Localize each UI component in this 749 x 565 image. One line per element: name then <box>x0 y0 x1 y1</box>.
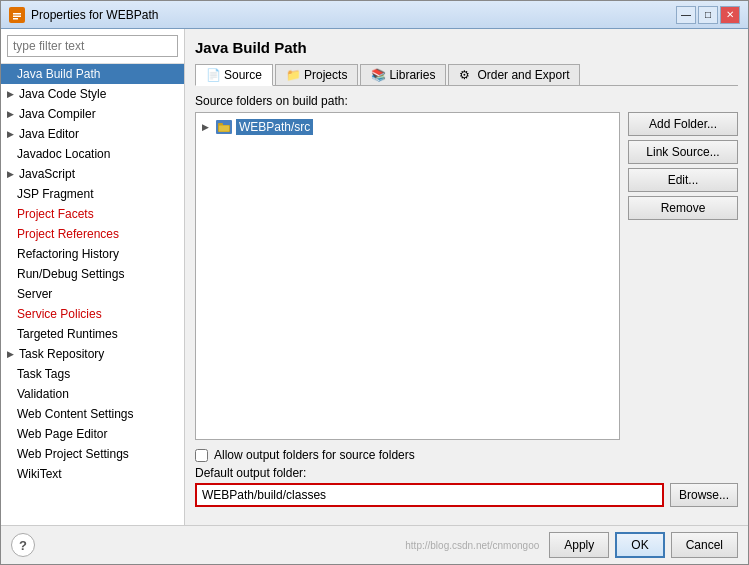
search-input[interactable] <box>7 35 178 57</box>
sidebar-item-label: Java Code Style <box>19 87 106 101</box>
tab-bar: 📄Source📁Projects📚Libraries⚙Order and Exp… <box>195 64 738 86</box>
sidebar-item-javascript[interactable]: ▶JavaScript <box>1 164 184 184</box>
tree-and-buttons: ▶ WEBPath/src Add Folder...Link Source..… <box>195 112 738 448</box>
output-folder-input[interactable] <box>195 483 664 507</box>
tab-label: Libraries <box>389 68 435 82</box>
sidebar-item-web-content-settings[interactable]: Web Content Settings <box>1 404 184 424</box>
watermark: http://blog.csdn.net/cnmongoo <box>405 540 539 551</box>
output-label: Default output folder: <box>195 466 738 480</box>
sidebar-item-label: Task Tags <box>17 367 70 381</box>
bottom-section: Allow output folders for source folders … <box>195 448 738 515</box>
tree-expand-arrow: ▶ <box>202 122 216 132</box>
tab-projects[interactable]: 📁Projects <box>275 64 358 85</box>
help-button[interactable]: ? <box>11 533 35 557</box>
tab-libraries[interactable]: 📚Libraries <box>360 64 446 85</box>
sidebar-item-label: Service Policies <box>17 307 102 321</box>
tab-label: Source <box>224 68 262 82</box>
sidebar-item-label: Web Page Editor <box>17 427 108 441</box>
tab-source[interactable]: 📄Source <box>195 64 273 86</box>
expand-arrow-icon: ▶ <box>7 109 17 119</box>
sidebar-item-targeted-runtimes[interactable]: Targeted Runtimes <box>1 324 184 344</box>
libraries-tab-icon: 📚 <box>371 68 385 82</box>
sidebar-item-label: Project Facets <box>17 207 94 221</box>
sidebar-item-label: Javadoc Location <box>17 147 110 161</box>
sidebar-item-label: Run/Debug Settings <box>17 267 124 281</box>
ok-button[interactable]: OK <box>615 532 664 558</box>
sidebar-item-label: Server <box>17 287 52 301</box>
sidebar-item-web-project-settings[interactable]: Web Project Settings <box>1 444 184 464</box>
svg-rect-3 <box>13 18 18 20</box>
action-buttons: Add Folder...Link Source...Edit...Remove <box>628 112 738 448</box>
close-button[interactable]: ✕ <box>720 6 740 24</box>
projects-tab-icon: 📁 <box>286 68 300 82</box>
sidebar-item-service-policies[interactable]: Service Policies <box>1 304 184 324</box>
window-icon <box>9 7 25 23</box>
footer-buttons: Apply OK Cancel <box>549 532 738 558</box>
nav-list: Java Build Path▶Java Code Style▶Java Com… <box>1 63 184 525</box>
sidebar-item-label: Java Build Path <box>17 67 100 81</box>
sidebar-item-validation[interactable]: Validation <box>1 384 184 404</box>
sidebar-item-java-build-path[interactable]: Java Build Path <box>1 64 184 84</box>
remove-button[interactable]: Remove <box>628 196 738 220</box>
sidebar-item-java-code-style[interactable]: ▶Java Code Style <box>1 84 184 104</box>
source-folders-label: Source folders on build path: <box>195 94 738 108</box>
sidebar-item-java-editor[interactable]: ▶Java Editor <box>1 124 184 144</box>
sidebar-item-server[interactable]: Server <box>1 284 184 304</box>
tab-label: Order and Export <box>477 68 569 82</box>
sidebar-item-label: JavaScript <box>19 167 75 181</box>
tree-item[interactable]: ▶ WEBPath/src <box>200 117 615 137</box>
tab-label: Projects <box>304 68 347 82</box>
allow-output-checkbox[interactable] <box>195 449 208 462</box>
svg-rect-6 <box>219 126 229 132</box>
order-export-tab-icon: ⚙ <box>459 68 473 82</box>
expand-arrow-icon: ▶ <box>7 349 17 359</box>
panel-title: Java Build Path <box>195 39 738 56</box>
sidebar-item-javadoc-location[interactable]: Javadoc Location <box>1 144 184 164</box>
left-panel: Java Build Path▶Java Code Style▶Java Com… <box>1 29 185 525</box>
edit-button[interactable]: Edit... <box>628 168 738 192</box>
sidebar-item-wikitext[interactable]: WikiText <box>1 464 184 484</box>
svg-rect-1 <box>13 13 21 15</box>
sidebar-item-refactoring-history[interactable]: Refactoring History <box>1 244 184 264</box>
footer: ? http://blog.csdn.net/cnmongoo Apply OK… <box>1 525 748 564</box>
svg-rect-2 <box>13 15 21 17</box>
sidebar-item-label: WikiText <box>17 467 62 481</box>
apply-button[interactable]: Apply <box>549 532 609 558</box>
titlebar-controls: — □ ✕ <box>676 6 740 24</box>
browse-button[interactable]: Browse... <box>670 483 738 507</box>
properties-window: Properties for WEBPath — □ ✕ Java Build … <box>0 0 749 565</box>
source-tab-icon: 📄 <box>206 68 220 82</box>
sidebar-item-label: JSP Fragment <box>17 187 93 201</box>
folder-icon <box>216 120 232 134</box>
expand-arrow-icon: ▶ <box>7 129 17 139</box>
sidebar-item-project-facets[interactable]: Project Facets <box>1 204 184 224</box>
titlebar: Properties for WEBPath — □ ✕ <box>1 1 748 29</box>
tab-order-export[interactable]: ⚙Order and Export <box>448 64 580 85</box>
expand-arrow-icon: ▶ <box>7 169 17 179</box>
maximize-button[interactable]: □ <box>698 6 718 24</box>
cancel-button[interactable]: Cancel <box>671 532 738 558</box>
sidebar-item-project-references[interactable]: Project References <box>1 224 184 244</box>
sidebar-item-java-compiler[interactable]: ▶Java Compiler <box>1 104 184 124</box>
link-source-button[interactable]: Link Source... <box>628 140 738 164</box>
sidebar-item-label: Project References <box>17 227 119 241</box>
tree-area: ▶ WEBPath/src <box>195 112 620 440</box>
allow-output-label: Allow output folders for source folders <box>214 448 415 462</box>
sidebar-item-jsp-fragment[interactable]: JSP Fragment <box>1 184 184 204</box>
window-title: Properties for WEBPath <box>31 8 676 22</box>
add-folder-button[interactable]: Add Folder... <box>628 112 738 136</box>
sidebar-item-task-tags[interactable]: Task Tags <box>1 364 184 384</box>
sidebar-item-label: Refactoring History <box>17 247 119 261</box>
sidebar-item-label: Web Project Settings <box>17 447 129 461</box>
tree-item-label: WEBPath/src <box>236 119 313 135</box>
output-row: Browse... <box>195 483 738 507</box>
sidebar-item-web-page-editor[interactable]: Web Page Editor <box>1 424 184 444</box>
sidebar-item-label: Web Content Settings <box>17 407 134 421</box>
minimize-button[interactable]: — <box>676 6 696 24</box>
content-area: Java Build Path▶Java Code Style▶Java Com… <box>1 29 748 525</box>
sidebar-item-run-debug-settings[interactable]: Run/Debug Settings <box>1 264 184 284</box>
sidebar-item-label: Targeted Runtimes <box>17 327 118 341</box>
sidebar-item-label: Task Repository <box>19 347 104 361</box>
allow-output-row: Allow output folders for source folders <box>195 448 738 462</box>
sidebar-item-task-repository[interactable]: ▶Task Repository <box>1 344 184 364</box>
